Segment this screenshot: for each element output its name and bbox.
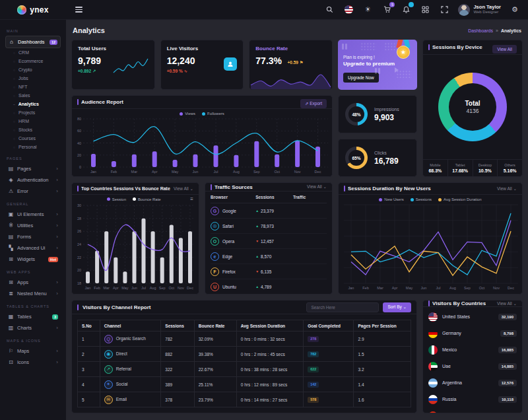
channel-col-header: S.No xyxy=(78,320,100,332)
sidebar-item-stocks[interactable]: ○Stocks xyxy=(5,125,61,134)
sidebar-item-courses[interactable]: ○Courses xyxy=(5,134,61,143)
channel-col-header: Goal Completed xyxy=(304,320,354,332)
country-row-uae: Uae14,885 xyxy=(428,358,517,374)
sidebar-badge: 3 xyxy=(52,314,58,320)
sidebar-item-jobs[interactable]: ○Jobs xyxy=(5,74,61,83)
traffic-table: Browser Sessions Traffic GGoogle▲ 23,379… xyxy=(205,192,332,294)
gauge-label: Clicks xyxy=(374,151,399,155)
shield-icon: ◈ xyxy=(8,177,14,183)
sidebar-item-maps[interactable]: ⚐Maps› xyxy=(5,345,61,357)
traffic-view-all[interactable]: View All ⌄ xyxy=(307,184,327,190)
audience-legend: ViewsFollowers xyxy=(72,109,332,116)
country-row xyxy=(428,407,517,413)
legend-item: Session xyxy=(107,197,126,201)
logo-icon xyxy=(17,5,26,15)
svg-text:Dec: Dec xyxy=(315,170,321,174)
sidebar-item-icons[interactable]: ⊡Icons› xyxy=(5,357,61,368)
sidebar-toggle-icon[interactable] xyxy=(75,5,82,14)
direct-icon: ◉ xyxy=(104,350,113,359)
donut-total-label: Total xyxy=(465,100,480,107)
svg-text:Dec: Dec xyxy=(187,286,193,290)
language-flag-icon[interactable] xyxy=(343,5,354,15)
sort-by-button[interactable]: Sort By ⌄ xyxy=(383,302,411,312)
export-button[interactable]: ⇗ Export xyxy=(300,99,327,108)
file-icon: ▤ xyxy=(8,166,14,172)
sidebar-item-ui-elements[interactable]: ▣Ui Elements› xyxy=(5,209,61,220)
ae-flag-icon xyxy=(428,362,438,371)
sidebar-item-crypto[interactable]: ○Crypto xyxy=(5,65,61,74)
nav-section-label: WEB APPS xyxy=(7,270,59,274)
svg-text:24: 24 xyxy=(77,242,81,246)
sidebar-item-authentication[interactable]: ◈Authentication› xyxy=(5,174,61,186)
layers-icon: ▚ xyxy=(8,245,14,251)
visitors-user-icon[interactable] xyxy=(224,57,237,71)
notifications-bell-icon[interactable] xyxy=(401,5,411,15)
search-icon[interactable] xyxy=(324,5,335,15)
sessions-by-device-card: Sessions By Device View All Total 4136 M… xyxy=(422,40,523,177)
gauge-label: Impressions xyxy=(374,107,399,112)
sidebar-item-sales[interactable]: ○Sales xyxy=(5,91,61,100)
theme-toggle-icon[interactable]: ☀ xyxy=(362,5,373,15)
sidebar-item-nested-menu[interactable]: ≣Nested Menu› xyxy=(5,288,61,299)
svg-text:Oct: Oct xyxy=(479,286,485,290)
device-legend: Mobile68.3%Tablet17.68%Desktop10.5%Other… xyxy=(423,159,522,176)
sidebar-item-error[interactable]: ⚠Error› xyxy=(5,186,61,197)
svg-text:Apr: Apr xyxy=(392,286,398,290)
nav-section-label: MAIN xyxy=(7,29,59,33)
user-menu[interactable]: Json Taylor Web Designer xyxy=(458,4,501,16)
sidebar-item-apps[interactable]: ⊞Apps› xyxy=(5,277,61,288)
chart-menu-icon[interactable]: ≡ xyxy=(190,196,193,202)
sidebar-item-forms[interactable]: ▤Forms› xyxy=(5,231,61,242)
svg-text:18: 18 xyxy=(77,281,81,285)
sidebar-item-projects[interactable]: ○Projects xyxy=(5,108,61,117)
chevron-right-icon: › xyxy=(56,245,58,251)
sidebar-item-dashboards[interactable]: ⌂Dashboards12 xyxy=(5,36,61,48)
sidebar-item-tables[interactable]: ▦Tables3 xyxy=(5,311,61,322)
cart-icon[interactable]: 5 xyxy=(381,5,392,15)
sidebar-item-crm[interactable]: ○CRM xyxy=(5,48,61,57)
total-users-card: Total Users 9,789 +0.892 ↗ xyxy=(71,40,155,90)
sidebar-item-charts[interactable]: ▥Charts› xyxy=(5,322,61,333)
clicks-card: 65% Clicks 16,789 xyxy=(338,139,417,177)
svg-text:Nov: Nov xyxy=(294,170,301,174)
sidebar-item-analytics[interactable]: –Analytics xyxy=(5,100,61,108)
edge-icon: e xyxy=(211,252,219,261)
device-legend-item: Others5.16% xyxy=(498,160,522,176)
card-title: Audience Report xyxy=(81,99,123,105)
safari-icon: ◎ xyxy=(211,222,219,230)
countries-view-all[interactable]: View All ⌄ xyxy=(497,301,517,306)
sidebar-item-nft[interactable]: ○NFT xyxy=(5,83,61,91)
upgrade-now-button[interactable]: Upgrade Now xyxy=(343,73,379,83)
duration-view-all[interactable]: View All ⌄ xyxy=(497,186,517,192)
breadcrumb-parent[interactable]: Dashboards xyxy=(468,28,493,33)
sidebar-item-utilities[interactable]: ※Utilities› xyxy=(5,220,61,231)
top-countries-view-all[interactable]: View All ⌄ xyxy=(174,186,193,192)
app-logo[interactable]: ynex xyxy=(0,5,66,15)
apps-grid-icon[interactable] xyxy=(420,5,430,15)
fullscreen-icon[interactable] xyxy=(439,5,449,15)
sidebar-item-advanced-ui[interactable]: ▚Advanced Ui› xyxy=(5,242,61,254)
channel-col-header: Pages Per Session xyxy=(354,320,411,332)
sidebar-item-personal[interactable]: ○Personal xyxy=(5,143,61,151)
duration-legend: New UsersSessionsAvg Session Duration xyxy=(339,195,522,201)
audience-chart: 020406080JanFebMarAprMayJunJulAugSepOctN… xyxy=(72,116,332,177)
svg-text:Feb: Feb xyxy=(111,170,117,174)
sidebar-item-pages[interactable]: ▤Pages› xyxy=(5,163,61,174)
svg-text:20: 20 xyxy=(77,268,81,272)
sidebar-item-widgets[interactable]: ⊞WidgetsHot xyxy=(5,254,61,265)
ru-flag-icon xyxy=(428,395,438,404)
referral-icon: ↗ xyxy=(104,365,113,374)
settings-gear-icon[interactable]: ⚙ xyxy=(510,5,520,15)
sidebar-item-hrm[interactable]: ○HRM xyxy=(5,117,61,125)
goal-badge: 782 xyxy=(308,351,319,357)
nav-section-label: MAPS & ICONS xyxy=(7,339,59,343)
countries-list: United States32,190Germany8,798Mexico16,… xyxy=(423,307,522,413)
channel-search-input[interactable] xyxy=(306,302,379,312)
sidebar-item-ecommerce[interactable]: ○Ecommerce xyxy=(5,57,61,65)
table-icon: ▦ xyxy=(8,314,14,320)
device-legend-item: Mobile68.3% xyxy=(423,160,448,176)
card-title: Visitors By Countries xyxy=(432,300,486,306)
device-view-all-button[interactable]: View All xyxy=(492,45,517,53)
chart-icon: ▥ xyxy=(8,325,14,331)
top-countries-card: Top Countries Sessions Vs Bounce Rate Vi… xyxy=(71,182,199,295)
